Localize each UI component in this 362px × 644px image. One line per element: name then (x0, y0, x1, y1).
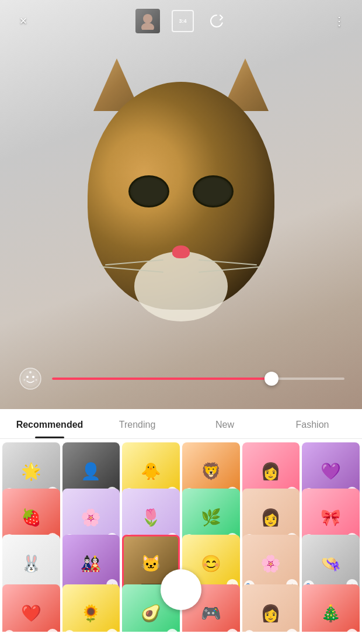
filter-item-20[interactable]: 🌻♪↓ (62, 584, 120, 632)
filter-icon-13: 🐰 (2, 535, 60, 593)
filter-item-17[interactable]: 🌸🐾↓ (242, 535, 300, 593)
cat-eye-right (193, 175, 234, 207)
rotate-button[interactable] (206, 10, 228, 32)
top-center-controls: 3:4 (135, 9, 228, 33)
top-bar: × 3:4 ⋮ (0, 0, 362, 42)
capture-button[interactable] (161, 569, 201, 610)
cat-eye-left (128, 175, 169, 207)
svg-point-4 (26, 376, 29, 378)
intensity-slider-track[interactable] (52, 378, 344, 380)
selfie-thumbnail[interactable] (135, 9, 160, 33)
capture-button-area (161, 569, 201, 610)
close-button[interactable]: × (12, 9, 35, 33)
tab-fashion[interactable]: Fashion (269, 409, 356, 438)
intensity-slider-area (18, 366, 344, 392)
filter-icon-23: 👩 (242, 584, 300, 632)
camera-view: × 3:4 ⋮ (0, 0, 362, 409)
filter-item-24[interactable]: 🎄↓ (302, 584, 360, 632)
filter-icon-20: 🌻 (62, 584, 120, 632)
cat-muzzle (134, 251, 228, 321)
filter-tabs: Recommended Trending New Fashion (0, 409, 362, 439)
more-button[interactable]: ⋮ (328, 10, 350, 32)
filter-item-18[interactable]: 👒🐾↓ (302, 535, 360, 593)
filter-icon-19: ❤️ (2, 584, 60, 632)
filter-item-14[interactable]: 🎎↓ (62, 535, 120, 593)
svg-point-0 (143, 14, 152, 23)
slider-thumb[interactable] (264, 372, 279, 386)
capture-inner (165, 573, 197, 606)
filter-item-13[interactable]: 🐰 (2, 535, 60, 593)
svg-point-8 (36, 379, 37, 381)
tab-trending[interactable]: Trending (93, 409, 181, 438)
slider-fill (52, 378, 272, 380)
cat-face (88, 82, 274, 310)
filter-item-23[interactable]: 👩♪↓ (242, 584, 300, 632)
svg-point-7 (24, 379, 26, 381)
svg-point-5 (32, 376, 34, 378)
tab-new[interactable]: New (181, 409, 269, 438)
tab-recommended[interactable]: Recommended (6, 409, 93, 438)
filter-icon-24: 🎄 (302, 584, 360, 632)
ratio-button[interactable]: 3:4 (172, 10, 194, 32)
slider-icon (18, 366, 43, 392)
cat-nose (172, 245, 190, 258)
filter-item-19[interactable]: ❤️♪↓ (2, 584, 60, 632)
svg-point-6 (29, 371, 32, 373)
svg-point-1 (141, 23, 154, 30)
cat-mask-overlay (76, 47, 286, 339)
